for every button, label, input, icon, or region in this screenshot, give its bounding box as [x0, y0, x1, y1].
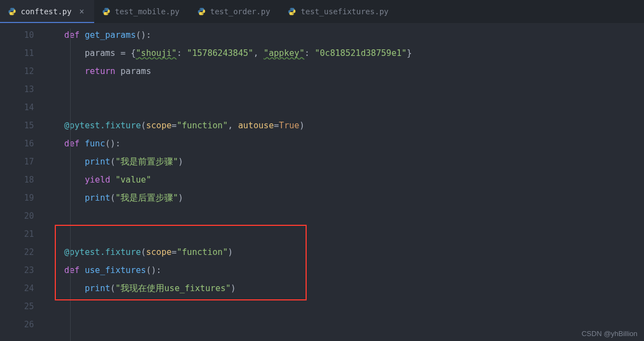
line-number: 24 — [0, 280, 44, 298]
line-number: 23 — [0, 262, 44, 280]
code-editor[interactable]: 1011121314151617181920212223242526 def g… — [0, 23, 644, 341]
line-number: 16 — [0, 135, 44, 153]
code-line — [44, 225, 644, 243]
line-number: 20 — [0, 207, 44, 225]
code-line — [44, 316, 644, 334]
code-area[interactable]: def get_params(): params = {"shouji": "1… — [44, 23, 644, 341]
line-number: 21 — [0, 225, 44, 243]
watermark: CSDN @yhBillion — [582, 329, 637, 338]
indent-guide — [70, 29, 71, 341]
python-file-icon — [8, 7, 16, 16]
code-line: def use_fixtures(): — [44, 262, 644, 280]
code-line — [44, 99, 644, 117]
line-number: 12 — [0, 62, 44, 81]
line-number: 26 — [0, 316, 44, 334]
tab-label: conftest.py — [21, 7, 72, 16]
code-line: params = {"shouji": "15786243845", "appk… — [44, 44, 644, 62]
tab-test-mobile[interactable]: test_mobile.py — [94, 0, 189, 23]
code-line: print("我现在使用use_fixtures") — [44, 280, 644, 298]
code-line: @pytest.fixture(scope="function") — [44, 243, 644, 262]
code-line — [44, 207, 644, 225]
close-icon[interactable]: × — [79, 7, 84, 16]
python-file-icon — [288, 7, 296, 16]
line-number: 25 — [0, 298, 44, 316]
python-file-icon — [197, 7, 206, 16]
line-number: 22 — [0, 243, 44, 262]
code-line: def func(): — [44, 135, 644, 153]
line-number: 19 — [0, 189, 44, 207]
code-line: return params — [44, 62, 644, 81]
line-number: 11 — [0, 44, 44, 62]
tab-label: test_usefixtures.py — [301, 7, 388, 16]
code-line — [44, 298, 644, 316]
line-gutter: 1011121314151617181920212223242526 — [0, 23, 44, 341]
line-number: 14 — [0, 99, 44, 117]
tab-conftest[interactable]: conftest.py × — [0, 0, 94, 23]
tab-bar: conftest.py × test_mobile.py test_order.… — [0, 0, 644, 23]
code-line: def get_params(): — [44, 26, 644, 44]
tab-label: test_order.py — [210, 7, 271, 16]
code-line: @pytest.fixture(scope="function", autous… — [44, 117, 644, 135]
line-number: 15 — [0, 117, 44, 135]
code-line: print("我是前置步骤") — [44, 153, 644, 171]
tab-test-order[interactable]: test_order.py — [189, 0, 280, 23]
line-number: 13 — [0, 81, 44, 99]
python-file-icon — [102, 7, 111, 16]
code-line: yield "value" — [44, 171, 644, 189]
line-number: 18 — [0, 171, 44, 189]
code-line: print("我是后置步骤") — [44, 189, 644, 207]
code-line — [44, 81, 644, 99]
line-number: 10 — [0, 26, 44, 44]
line-number: 17 — [0, 153, 44, 171]
tab-label: test_mobile.py — [115, 7, 180, 16]
tab-test-usefixtures[interactable]: test_usefixtures.py — [280, 0, 398, 23]
